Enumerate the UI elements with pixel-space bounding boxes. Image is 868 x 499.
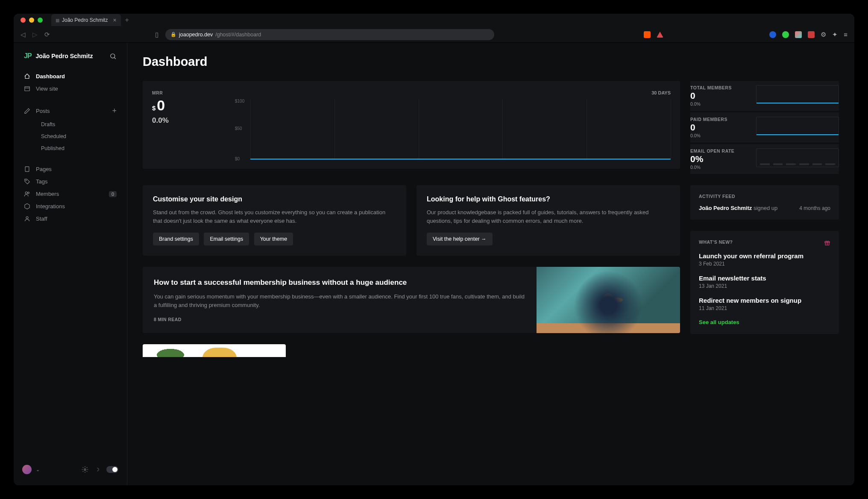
extension-icon[interactable]: [782, 31, 789, 38]
y-tick: $100: [235, 99, 244, 103]
sidebar-item-pages[interactable]: Pages: [19, 163, 122, 175]
news-title: Email newsletter stats: [699, 275, 830, 282]
your-theme-button[interactable]: Your theme: [254, 233, 293, 245]
sidebar-item-tags[interactable]: Tags: [19, 175, 122, 188]
search-icon[interactable]: [109, 53, 117, 60]
article-title: How to start a successful membership bus…: [154, 278, 525, 287]
news-title: Redirect new members on signup: [699, 297, 830, 304]
layout-icon: [24, 86, 31, 92]
svg-point-0: [111, 53, 115, 58]
article-card-partial[interactable]: [143, 344, 286, 357]
help-card: Looking for help with Ghost features? Ou…: [416, 185, 680, 256]
see-all-updates-link[interactable]: See all updates: [699, 319, 830, 325]
sparkline: [756, 117, 839, 136]
brand-settings-button[interactable]: Brand settings: [153, 233, 199, 245]
members-count-badge: 0: [109, 191, 117, 197]
bookmark-icon[interactable]: ▯: [155, 31, 158, 38]
settings-button[interactable]: [82, 466, 88, 473]
sidebar-item-staff[interactable]: Staff: [19, 213, 122, 225]
tag-icon: [24, 178, 31, 185]
svg-point-8: [26, 217, 28, 219]
sidebar-item-scheduled[interactable]: Scheduled: [19, 130, 122, 142]
members-icon: [24, 191, 31, 197]
mrr-chart: $100 $50 $0: [250, 99, 671, 159]
sidebar-item-posts[interactable]: Posts +: [19, 103, 122, 118]
section-label: WHAT'S NEW?: [699, 239, 830, 245]
stat-value: 0: [690, 122, 750, 133]
maximize-window-button[interactable]: [38, 18, 43, 23]
extensions-icon[interactable]: ✦: [832, 31, 838, 38]
chevron-down-icon[interactable]: ⌄: [36, 467, 40, 472]
user-avatar[interactable]: [22, 465, 32, 474]
settings-icon[interactable]: ⚙: [821, 31, 826, 38]
y-tick: $50: [235, 126, 242, 131]
menu-icon[interactable]: ≡: [844, 31, 847, 38]
close-tab-icon[interactable]: ×: [113, 17, 116, 24]
tab-favicon: ▦: [56, 18, 59, 23]
news-date: 13 Jan 2021: [699, 283, 830, 289]
close-window-button[interactable]: [21, 18, 26, 23]
mrr-delta: 0.0%: [152, 116, 225, 125]
section-label: ACTIVITY FEED: [699, 194, 830, 199]
site-name[interactable]: João Pedro Schmitz: [36, 53, 93, 59]
extension-icon[interactable]: [808, 31, 815, 38]
extension-icon[interactable]: [769, 31, 776, 38]
browser-tab[interactable]: ▦ João Pedro Schmitz ×: [51, 14, 121, 26]
sidebar-item-label: Tags: [36, 178, 47, 185]
back-button[interactable]: ◁: [21, 31, 26, 38]
sidebar-item-published[interactable]: Published: [19, 142, 122, 154]
mrr-currency: $: [152, 104, 155, 112]
sidebar-item-dashboard[interactable]: Dashboard: [19, 70, 122, 83]
email-settings-button[interactable]: Email settings: [204, 233, 249, 245]
browser-toolbar: ◁ ▷ ⟳ ▯ 🔒 joaopedro.dev/ghost/#/dashboar…: [14, 27, 854, 43]
stat-label: PAID MEMBERS: [690, 117, 750, 122]
address-bar[interactable]: 🔒 joaopedro.dev/ghost/#/dashboard: [165, 29, 494, 40]
sidebar-item-label: Posts: [36, 108, 50, 114]
svg-rect-2: [25, 87, 29, 91]
whats-new-card: WHAT'S NEW? Launch your own referral pro…: [690, 231, 839, 334]
sidebar-item-integrations[interactable]: Integrations: [19, 200, 122, 213]
add-post-button[interactable]: +: [112, 106, 117, 115]
dark-mode-toggle[interactable]: [106, 466, 118, 473]
box-icon: [24, 203, 31, 210]
sidebar: JP João Pedro Schmitz Dashboard View sit…: [14, 43, 127, 485]
chart-period: 30 DAYS: [233, 90, 671, 95]
extension-icon[interactable]: [795, 31, 802, 38]
sparkline-bars: [756, 148, 839, 167]
news-item[interactable]: Redirect new members on signup 11 Jan 20…: [699, 297, 830, 311]
gift-icon[interactable]: [824, 239, 830, 246]
home-icon: [24, 73, 31, 80]
help-center-button[interactable]: Visit the help center →: [427, 233, 493, 245]
feed-time: 4 months ago: [799, 205, 830, 211]
tab-title: João Pedro Schmitz: [62, 17, 108, 23]
stat-value: 0%: [690, 154, 750, 164]
sidebar-item-members[interactable]: Members 0: [19, 188, 122, 200]
stat-delta: 0.0%: [690, 101, 750, 106]
sidebar-item-drafts[interactable]: Drafts: [19, 118, 122, 130]
card-title: Looking for help with Ghost features?: [427, 195, 670, 203]
stat-total-members[interactable]: TOTAL MEMBERS 0 0.0%: [690, 81, 839, 111]
card-text: Stand out from the crowd. Ghost lets you…: [153, 208, 396, 225]
news-date: 3 Feb 2021: [699, 261, 830, 267]
svg-point-6: [25, 192, 27, 194]
stat-email-open-rate[interactable]: EMAIL OPEN RATE 0% 0.0%: [690, 144, 839, 174]
sidebar-item-label: Scheduled: [41, 133, 66, 139]
news-item[interactable]: Launch your own referral program 3 Feb 2…: [699, 252, 830, 267]
forward-button[interactable]: ▷: [32, 31, 38, 38]
minimize-window-button[interactable]: [29, 18, 34, 23]
news-item[interactable]: Email newsletter stats 13 Jan 2021: [699, 275, 830, 289]
new-tab-button[interactable]: +: [125, 16, 129, 24]
svg-point-7: [28, 192, 29, 194]
stat-paid-members[interactable]: PAID MEMBERS 0 0.0%: [690, 112, 839, 142]
reload-button[interactable]: ⟳: [44, 31, 50, 38]
sidebar-item-view-site[interactable]: View site: [19, 83, 122, 95]
y-tick: $0: [235, 156, 240, 161]
activity-feed-card: ACTIVITY FEED João Pedro Schmitz signed …: [690, 185, 839, 220]
brave-rewards-icon[interactable]: [657, 32, 663, 38]
brave-shield-icon[interactable]: [644, 31, 651, 38]
mrr-value: 0: [157, 97, 164, 114]
article-card[interactable]: How to start a successful membership bus…: [143, 267, 680, 333]
read-time: 8 MIN READ: [154, 317, 525, 322]
svg-point-5: [26, 180, 26, 180]
stat-delta: 0.0%: [690, 133, 750, 138]
